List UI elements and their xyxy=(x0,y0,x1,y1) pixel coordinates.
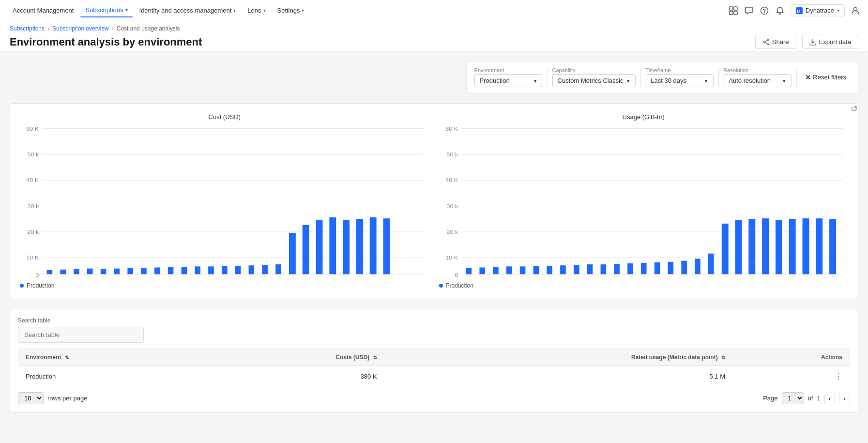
svg-text:50 k: 50 k xyxy=(27,152,39,158)
svg-rect-36 xyxy=(195,266,200,274)
svg-rect-40 xyxy=(249,265,255,274)
cost-chart: Cost (USD) 60 K 50 k 40 K 30 k 20 k 10 K… xyxy=(20,113,429,289)
svg-rect-94 xyxy=(654,262,660,275)
reset-filters-button[interactable]: ✕ Reset filters xyxy=(801,72,850,83)
row-actions-menu[interactable]: ⋮ xyxy=(835,372,842,381)
settings-chevron: ▾ xyxy=(302,8,304,13)
svg-rect-90 xyxy=(600,264,606,274)
timeframe-select[interactable]: Last 30 days xyxy=(645,74,713,87)
col-costs[interactable]: Costs (USD) ⇅ xyxy=(204,349,385,366)
breadcrumb-overview[interactable]: Subscription overview xyxy=(52,25,109,32)
share-button[interactable]: Share xyxy=(755,35,796,49)
timeframe-filter: Timeframe Last 30 days xyxy=(645,67,713,87)
environment-chevron xyxy=(534,77,537,84)
svg-rect-33 xyxy=(154,267,160,274)
svg-rect-106 xyxy=(816,218,822,274)
rated-usage-sort-icon: ⇅ xyxy=(721,355,725,360)
svg-rect-41 xyxy=(262,265,268,274)
next-page-button[interactable]: › xyxy=(839,393,850,404)
svg-rect-91 xyxy=(614,264,620,274)
usage-chart-title: Usage (GiB-hr) xyxy=(439,113,849,121)
svg-rect-95 xyxy=(668,262,673,275)
nav-lens[interactable]: Lens ▾ xyxy=(243,4,270,17)
usage-legend-dot xyxy=(439,284,443,288)
charts-row: ↺ Cost (USD) 60 K 50 k 40 K 30 k 20 k 10… xyxy=(10,103,858,299)
col-rated-usage[interactable]: Rated usage (Metric data point) ⇅ xyxy=(385,349,733,366)
costs-sort-icon: ⇅ xyxy=(373,355,377,360)
breadcrumb-subscriptions[interactable]: Subscriptions xyxy=(10,25,45,32)
svg-text:20 k: 20 k xyxy=(27,229,39,235)
usage-chart-area: 60 K 50 k 40 K 30 k 20 k 10 K 0 xyxy=(439,124,849,279)
environment-select[interactable]: Production xyxy=(474,74,542,87)
search-input[interactable] xyxy=(18,327,144,343)
rows-per-page-label: rows per page xyxy=(47,395,87,402)
page-size-select[interactable]: 10 xyxy=(18,392,44,404)
prev-page-button[interactable]: ‹ xyxy=(824,393,836,404)
svg-rect-93 xyxy=(640,263,646,274)
nav-right: D Dynatrace ▾ xyxy=(729,4,860,16)
dashboard-icon[interactable] xyxy=(729,6,738,15)
svg-rect-25 xyxy=(47,270,53,275)
chat-icon[interactable] xyxy=(744,6,754,15)
nav-subscriptions[interactable]: Subscriptions ▾ xyxy=(80,3,132,17)
svg-rect-47 xyxy=(343,220,350,274)
breadcrumb: Subscriptions › Subscription overview › … xyxy=(10,25,858,32)
capability-select[interactable]: Custom Metrics Classic xyxy=(552,74,636,87)
svg-text:60 K: 60 K xyxy=(26,125,39,132)
page-navigation: Page 1 of 1 ‹ › xyxy=(763,392,850,404)
svg-rect-49 xyxy=(370,217,377,274)
svg-rect-100 xyxy=(735,220,742,274)
svg-text:60 K: 60 K xyxy=(445,125,458,132)
svg-text:0: 0 xyxy=(455,272,458,278)
svg-rect-2 xyxy=(730,11,733,15)
svg-rect-96 xyxy=(681,261,687,275)
help-icon[interactable] xyxy=(760,6,769,15)
svg-rect-86 xyxy=(547,266,552,274)
timeframe-chevron xyxy=(705,77,708,84)
cell-costs: 380 K xyxy=(204,366,385,387)
resolution-filter: Resolution Auto resolution xyxy=(723,67,791,87)
svg-text:30 k: 30 k xyxy=(27,203,39,209)
dynatrace-button[interactable]: D Dynatrace ▾ xyxy=(791,4,845,16)
page-header: Environment analysis by environment Shar… xyxy=(10,35,858,49)
refresh-icon[interactable]: ↺ xyxy=(851,104,858,114)
cost-chart-title: Cost (USD) xyxy=(20,113,429,121)
svg-rect-50 xyxy=(383,218,390,274)
svg-rect-42 xyxy=(275,264,281,274)
col-environment[interactable]: Environment ⇅ xyxy=(18,349,204,366)
usage-chart-legend: Production xyxy=(439,282,849,289)
svg-rect-31 xyxy=(127,268,133,275)
environment-filter-label: Environment xyxy=(474,67,542,73)
svg-text:50 k: 50 k xyxy=(446,152,458,158)
cell-actions[interactable]: ⋮ xyxy=(733,366,850,387)
page-number-select[interactable]: 1 xyxy=(782,392,804,404)
export-button[interactable]: Export data xyxy=(802,35,859,49)
svg-rect-35 xyxy=(182,267,187,274)
svg-rect-102 xyxy=(762,218,769,274)
svg-rect-107 xyxy=(829,219,836,274)
page-label: Page xyxy=(763,395,777,402)
svg-text:0: 0 xyxy=(35,272,39,278)
svg-rect-1 xyxy=(734,7,737,10)
nav-settings[interactable]: Settings ▾ xyxy=(273,4,309,17)
lens-chevron: ▾ xyxy=(263,8,266,13)
svg-rect-26 xyxy=(60,270,66,275)
user-icon[interactable] xyxy=(851,6,860,15)
subscriptions-chevron: ▾ xyxy=(125,7,128,13)
svg-rect-83 xyxy=(506,266,512,274)
data-table: Environment ⇅ Costs (USD) ⇅ Rated usage … xyxy=(18,349,850,387)
svg-rect-45 xyxy=(316,220,323,274)
nav-identity-access[interactable]: Identity and access management ▾ xyxy=(135,4,241,17)
cost-chart-svg: 60 K 50 k 40 K 30 k 20 k 10 K 0 xyxy=(20,124,429,279)
svg-rect-104 xyxy=(789,219,795,274)
of-label: of xyxy=(808,395,813,402)
dynatrace-chevron: ▾ xyxy=(837,8,839,13)
svg-rect-32 xyxy=(141,268,147,275)
breadcrumb-sep-1: › xyxy=(47,25,49,32)
nav-account-management[interactable]: Account Management xyxy=(8,4,78,17)
timeframe-filter-label: Timeframe xyxy=(645,67,713,73)
resolution-select[interactable]: Auto resolution xyxy=(723,74,791,87)
svg-rect-97 xyxy=(695,259,700,274)
filters-bar: Environment Production Capability Custom… xyxy=(466,61,858,93)
bell-icon[interactable] xyxy=(775,6,785,15)
